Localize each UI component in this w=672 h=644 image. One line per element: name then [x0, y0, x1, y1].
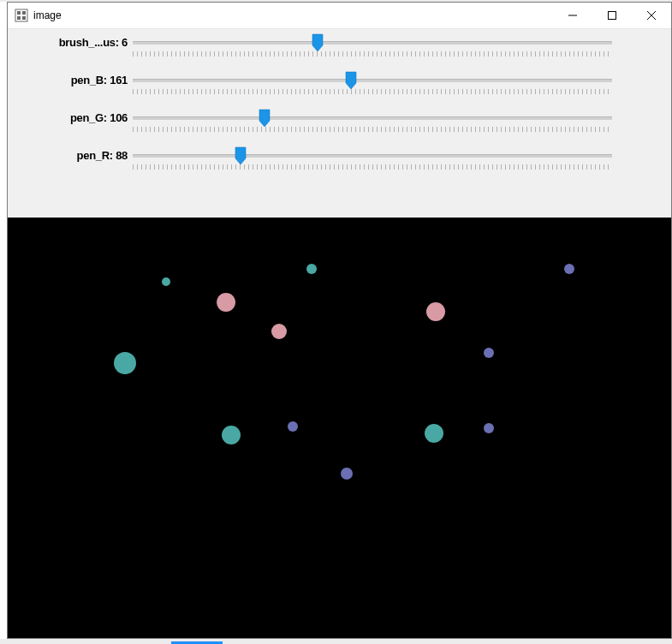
drawing-canvas[interactable] [8, 218, 671, 638]
slider-ticks [133, 127, 612, 132]
close-button[interactable] [632, 3, 671, 28]
minimize-button[interactable] [553, 3, 592, 28]
slider-track [133, 79, 612, 82]
paint-dot [271, 324, 287, 339]
slider-pen-b[interactable] [133, 70, 612, 101]
slider-panel: brush_...us: 6 pen_B: 161 pen_G: 106 [8, 29, 671, 218]
slider-pen-r[interactable] [133, 146, 612, 176]
paint-dot [425, 424, 443, 443]
app-window: image brush_...us: 6 pen_B: 161 [7, 2, 672, 639]
slider-pen-g[interactable] [133, 108, 612, 139]
slider-row-pen-r: pen_R: 88 [8, 146, 671, 183]
slider-brush[interactable] [133, 33, 612, 63]
slider-row-brush: brush_...us: 6 [8, 33, 671, 70]
slider-ticks [133, 164, 612, 170]
title-bar[interactable]: image [8, 3, 671, 29]
paint-dot [288, 421, 298, 432]
paint-dot [306, 264, 317, 274]
svg-rect-6 [609, 12, 616, 20]
slider-ticks [133, 89, 612, 94]
slider-track [133, 41, 612, 45]
paint-dot [222, 426, 241, 444]
app-icon [15, 9, 28, 22]
slider-track [133, 116, 612, 120]
maximize-button[interactable] [592, 3, 632, 28]
paint-dot [341, 468, 353, 480]
slider-label-brush: brush_...us: 6 [8, 33, 133, 49]
slider-track [133, 154, 612, 158]
svg-rect-3 [17, 16, 21, 20]
svg-rect-2 [22, 11, 26, 15]
svg-rect-4 [22, 16, 26, 20]
window-title: image [33, 9, 62, 21]
slider-ticks [133, 51, 612, 57]
paint-dot [426, 302, 445, 321]
slider-thumb[interactable] [235, 146, 247, 165]
paint-dot [564, 264, 574, 274]
slider-thumb[interactable] [312, 33, 324, 52]
paint-dot [162, 277, 170, 286]
paint-dot [114, 352, 136, 374]
paint-dot [217, 293, 235, 312]
paint-dot [484, 423, 494, 433]
slider-thumb[interactable] [345, 71, 357, 90]
slider-label-pen-g: pen_G: 106 [8, 108, 133, 124]
slider-row-pen-g: pen_G: 106 [8, 108, 671, 146]
paint-dot [484, 348, 494, 358]
slider-thumb[interactable] [259, 109, 271, 128]
slider-label-pen-b: pen_B: 161 [8, 70, 133, 86]
svg-rect-1 [17, 11, 21, 15]
slider-row-pen-b: pen_B: 161 [8, 70, 671, 108]
slider-label-pen-r: pen_R: 88 [8, 146, 133, 162]
